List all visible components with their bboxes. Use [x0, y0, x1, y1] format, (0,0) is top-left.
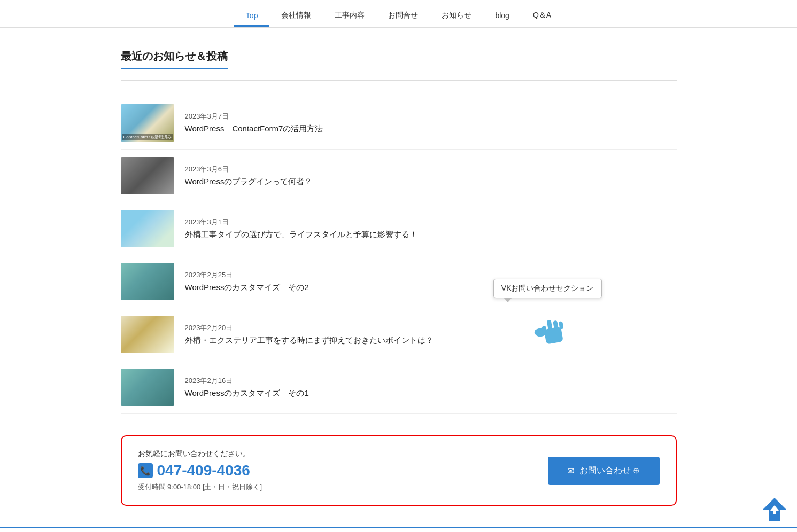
post-title-1: WordPressのプラグインって何者？ — [185, 177, 313, 187]
post-item-5[interactable]: 2023年2月16日WordPressのカスタマイズ その1 — [121, 361, 677, 414]
post-meta-2: 2023年3月1日外構工事タイプの選び方で、ライフスタイルと予算に影響する！ — [185, 217, 417, 240]
post-date-5: 2023年2月16日 — [185, 376, 309, 386]
post-thumbnail-0: ContactForm7も活用済み — [121, 104, 174, 142]
nav-item-Top[interactable]: Top — [234, 7, 270, 27]
post-thumbnail-4 — [121, 316, 174, 353]
post-thumbnail-2 — [121, 210, 174, 247]
nav-item-お知らせ[interactable]: お知らせ — [430, 6, 483, 27]
nav-item-会社情報[interactable]: 会社情報 — [269, 6, 323, 27]
contact-tagline: お気軽にお問い合わせください。 — [138, 449, 262, 459]
contact-section: お気軽にお問い合わせください。 📞 047-409-4036 受付時間 9:00… — [121, 435, 677, 506]
post-date-1: 2023年3月6日 — [185, 165, 313, 174]
nav-item-Q＆A[interactable]: Q＆A — [521, 6, 563, 27]
post-date-4: 2023年2月20日 — [185, 323, 434, 333]
svg-rect-0 — [544, 326, 563, 344]
post-thumbnail-5 — [121, 369, 174, 406]
phone-icon: 📞 — [138, 463, 153, 478]
post-item-2[interactable]: 2023年3月1日外構工事タイプの選び方で、ライフスタイルと予算に影響する！ — [121, 202, 677, 255]
post-meta-0: 2023年3月7日WordPress ContactForm7の活用方法 — [185, 112, 323, 134]
post-title-4: 外構・エクステリア工事をする時にまず抑えておきたいポイントは？ — [185, 335, 434, 346]
post-title-2: 外構工事タイプの選び方で、ライフスタイルと予算に影響する！ — [185, 230, 417, 240]
post-item-0[interactable]: ContactForm7も活用済み2023年3月7日WordPress Cont… — [121, 97, 677, 150]
contact-button[interactable]: ✉ お問い合わせ ⊕ — [548, 457, 659, 485]
contact-info: お気軽にお問い合わせください。 📞 047-409-4036 受付時間 9:00… — [138, 449, 262, 492]
contact-button-label: お問い合わせ ⊕ — [579, 465, 640, 476]
post-meta-3: 2023年2月25日WordPressのカスタマイズ その2 — [185, 270, 309, 293]
nav-item-お問合せ[interactable]: お問合せ — [376, 6, 430, 27]
contact-hours: 受付時間 9:00-18:00 [土・日・祝日除く] — [138, 482, 262, 492]
post-date-2: 2023年3月1日 — [185, 217, 417, 227]
post-date-3: 2023年2月25日 — [185, 270, 309, 280]
envelope-icon: ✉ — [567, 466, 574, 476]
post-title-3: WordPressのカスタマイズ その2 — [185, 283, 309, 293]
tooltip-callout: VKお問い合わせセクション — [493, 279, 602, 298]
posts-list: ContactForm7も活用済み2023年3月7日WordPress Cont… — [121, 97, 677, 414]
tooltip-text: VKお問い合わせセクション — [501, 284, 594, 292]
hand-pointer-icon — [532, 311, 575, 362]
post-thumbnail-1 — [121, 157, 174, 194]
top-navigation: Top会社情報工事内容お問合せお知らせblogQ＆A — [0, 0, 797, 28]
back-to-top-button[interactable] — [763, 498, 786, 521]
post-meta-5: 2023年2月16日WordPressのカスタマイズ その1 — [185, 376, 309, 398]
nav-item-blog[interactable]: blog — [483, 7, 521, 27]
svg-marker-7 — [770, 505, 779, 514]
site-footer: Top|会社情報|工事内容|お問合せ|お知らせ|blog|Q＆A — [0, 527, 797, 532]
phone-number: 047-409-4036 — [157, 462, 250, 479]
section-title: 最近のお知らせ＆投稿 — [121, 49, 228, 69]
nav-item-工事内容[interactable]: 工事内容 — [323, 6, 376, 27]
post-item-4[interactable]: 2023年2月20日外構・エクステリア工事をする時にまず抑えておきたいポイントは… — [121, 308, 677, 361]
post-thumbnail-3 — [121, 263, 174, 300]
post-meta-1: 2023年3月6日WordPressのプラグインって何者？ — [185, 165, 313, 187]
post-title-0: WordPress ContactForm7の活用方法 — [185, 124, 323, 134]
post-date-0: 2023年3月7日 — [185, 112, 323, 121]
post-title-5: WordPressのカスタマイズ その1 — [185, 388, 309, 398]
post-item-1[interactable]: 2023年3月6日WordPressのプラグインって何者？ — [121, 150, 677, 202]
post-meta-4: 2023年2月20日外構・エクステリア工事をする時にまず抑えておきたいポイントは… — [185, 323, 434, 346]
contact-phone: 📞 047-409-4036 — [138, 462, 262, 479]
